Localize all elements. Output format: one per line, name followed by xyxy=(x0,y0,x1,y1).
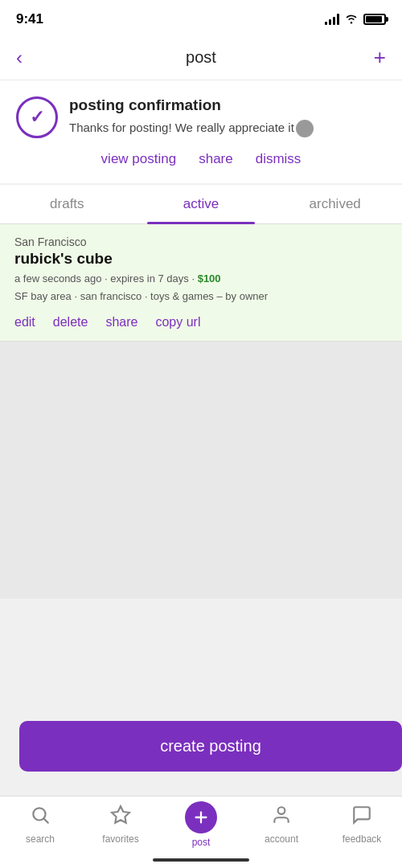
feedback-label: feedback xyxy=(343,833,382,845)
home-indicator xyxy=(153,858,249,862)
account-label: account xyxy=(265,833,298,845)
svg-line-1 xyxy=(44,818,48,822)
view-posting-link[interactable]: view posting xyxy=(101,151,177,167)
edit-action[interactable]: edit xyxy=(14,315,35,330)
tab-archived[interactable]: archived xyxy=(268,185,402,223)
nav-search[interactable]: search xyxy=(0,805,80,845)
gray-dot xyxy=(296,120,314,137)
page-title: post xyxy=(186,48,216,67)
feedback-icon xyxy=(351,805,372,830)
listing-location-meta: SF bay area · san francisco · toys & gam… xyxy=(14,289,388,305)
content-area xyxy=(0,342,402,599)
confirmation-title: posting confirmation xyxy=(69,96,386,114)
svg-point-5 xyxy=(278,807,285,814)
tabs: drafts active archived xyxy=(0,185,402,224)
bottom-nav: search favorites post account xyxy=(0,796,402,868)
search-icon xyxy=(30,805,51,830)
listing-price: $100 xyxy=(198,272,221,285)
listing-actions: edit delete share copy url xyxy=(14,315,388,330)
favorites-icon xyxy=(110,805,131,830)
status-time: 9:41 xyxy=(16,11,43,27)
account-icon xyxy=(271,805,292,830)
nav-post[interactable]: post xyxy=(161,801,241,848)
confirmation-banner: ✓ posting confirmation Thanks for postin… xyxy=(0,80,402,138)
add-button[interactable]: + xyxy=(357,45,386,70)
confirmation-text: posting confirmation Thanks for posting!… xyxy=(69,96,386,137)
dismiss-link[interactable]: dismiss xyxy=(256,151,302,167)
share-link[interactable]: share xyxy=(199,151,233,167)
check-circle-icon: ✓ xyxy=(16,96,58,138)
search-label: search xyxy=(26,833,55,845)
delete-action[interactable]: delete xyxy=(53,315,88,330)
tab-drafts[interactable]: drafts xyxy=(0,185,134,223)
nav-favorites[interactable]: favorites xyxy=(80,805,161,845)
header: ‹ post + xyxy=(0,35,402,80)
status-bar: 9:41 xyxy=(0,0,402,35)
wifi-icon xyxy=(344,13,359,27)
tab-active[interactable]: active xyxy=(134,185,269,223)
svg-marker-2 xyxy=(112,806,129,823)
confirmation-body: Thanks for posting! We really appreciate… xyxy=(69,119,386,137)
post-icon xyxy=(185,801,217,833)
post-label: post xyxy=(192,837,211,848)
battery-icon xyxy=(363,14,386,25)
status-icons xyxy=(325,13,386,27)
favorites-label: favorites xyxy=(102,833,138,845)
listing-title: rubick's cube xyxy=(14,250,388,268)
action-links: view posting share dismiss xyxy=(0,138,402,183)
nav-feedback[interactable]: feedback xyxy=(322,805,402,845)
share-action[interactable]: share xyxy=(105,315,137,330)
signal-icon xyxy=(325,14,339,25)
back-button[interactable]: ‹ xyxy=(16,47,45,69)
copy-url-action[interactable]: copy url xyxy=(155,315,200,330)
listing-city: San Francisco xyxy=(14,235,388,248)
listing-card: San Francisco rubick's cube a few second… xyxy=(0,224,402,342)
listing-time-meta: a few seconds ago · expires in 7 days · … xyxy=(14,271,388,287)
create-posting-button[interactable]: create posting xyxy=(19,721,402,772)
nav-account[interactable]: account xyxy=(241,805,322,845)
